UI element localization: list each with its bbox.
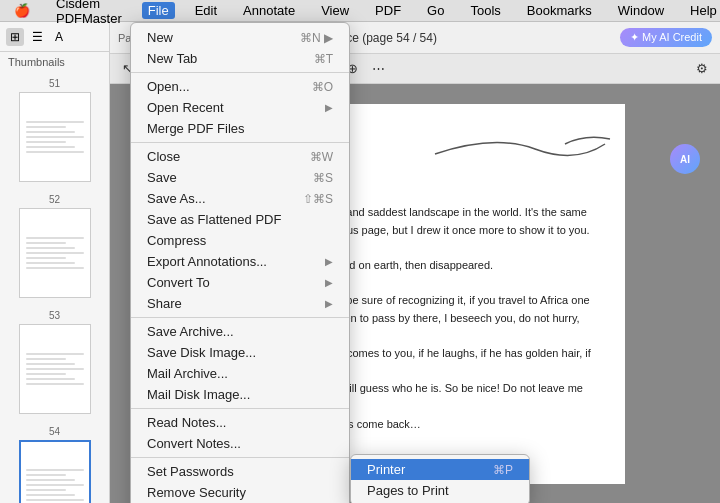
menu-item-open-shortcut: ⌘O	[312, 80, 333, 94]
menu-item-savedisk[interactable]: Save Disk Image...	[131, 342, 349, 363]
thumb-number-52: 52	[49, 194, 60, 205]
menubar-pdf[interactable]: PDF	[369, 2, 407, 19]
menu-item-compress[interactable]: Compress	[131, 230, 349, 251]
menu-item-newtab-shortcut: ⌘T	[314, 52, 333, 66]
submenu-pages-label: Pages to Print	[367, 483, 449, 498]
edit-tool-settings[interactable]: ⚙	[692, 59, 712, 78]
thumbnail-item-53[interactable]: 53	[0, 304, 109, 420]
menu-item-exportanno[interactable]: Export Annotations... ▶	[131, 251, 349, 272]
sep-1	[131, 72, 349, 73]
thumb-number-51: 51	[49, 78, 60, 89]
thumbnail-list[interactable]: 51 52 53 54	[0, 72, 109, 503]
submenu-printer-label: Printer	[367, 462, 405, 477]
menu-item-merge-label: Merge PDF Files	[147, 121, 245, 136]
thumbnail-item-52[interactable]: 52	[0, 188, 109, 304]
menubar-window[interactable]: Window	[612, 2, 670, 19]
menu-item-merge[interactable]: Merge PDF Files	[131, 118, 349, 139]
menubar-annotate[interactable]: Annotate	[237, 2, 301, 19]
file-menu-dropdown: New ⌘N ▶ New Tab ⌘T Open... ⌘O Open Rece…	[130, 22, 350, 503]
menu-item-saveas[interactable]: Save As... ⇧⌘S	[131, 188, 349, 209]
thumb-box-51[interactable]	[19, 92, 91, 182]
menu-item-saveflat[interactable]: Save as Flattened PDF	[131, 209, 349, 230]
menubar-edit[interactable]: Edit	[189, 2, 223, 19]
thumbnail-item-54[interactable]: 54	[0, 420, 109, 503]
menu-item-openrecent[interactable]: Open Recent ▶	[131, 97, 349, 118]
menu-item-new[interactable]: New ⌘N ▶	[131, 27, 349, 48]
menubar-bookmarks[interactable]: Bookmarks	[521, 2, 598, 19]
menu-item-exportanno-label: Export Annotations...	[147, 254, 267, 269]
submenu-item-pages[interactable]: Pages to Print	[351, 480, 529, 501]
menu-item-save-shortcut: ⌘S	[313, 171, 333, 185]
thumb-number-53: 53	[49, 310, 60, 321]
ai-credit-button[interactable]: ✦ My AI Credit	[620, 28, 712, 47]
menu-item-setpasswords[interactable]: Set Passwords	[131, 461, 349, 482]
submenu-item-printer[interactable]: Printer ⌘P	[351, 459, 529, 480]
menu-item-savearchive[interactable]: Save Archive...	[131, 321, 349, 342]
menu-item-openrecent-label: Open Recent	[147, 100, 224, 115]
menu-item-open-label: Open...	[147, 79, 190, 94]
print-submenu: Printer ⌘P Pages to Print	[350, 454, 530, 503]
sep-4	[131, 408, 349, 409]
thumb-box-54[interactable]	[19, 440, 91, 503]
convert-to-arrow: ▶	[325, 277, 333, 288]
menu-item-savedisk-label: Save Disk Image...	[147, 345, 256, 360]
menu-item-maildisk[interactable]: Mail Disk Image...	[131, 384, 349, 405]
menu-item-convertto-label: Convert To	[147, 275, 210, 290]
thumbnail-view-btn[interactable]: ⊞	[6, 28, 24, 46]
menu-item-saveas-shortcut: ⇧⌘S	[303, 192, 333, 206]
menu-item-convertto[interactable]: Convert To ▶	[131, 272, 349, 293]
menu-item-close-label: Close	[147, 149, 180, 164]
thumb-number-54: 54	[49, 426, 60, 437]
menu-item-share-label: Share	[147, 296, 182, 311]
menu-item-mailarchive[interactable]: Mail Archive...	[131, 363, 349, 384]
thumbnail-item-51[interactable]: 51	[0, 72, 109, 188]
menubar-go[interactable]: Go	[421, 2, 450, 19]
menubar-help[interactable]: Help	[684, 2, 720, 19]
menu-item-newtab[interactable]: New Tab ⌘T	[131, 48, 349, 69]
menubar-view[interactable]: View	[315, 2, 355, 19]
open-recent-arrow: ▶	[325, 102, 333, 113]
menu-item-new-shortcut: ⌘N ▶	[300, 31, 333, 45]
menu-item-saveflat-label: Save as Flattened PDF	[147, 212, 281, 227]
menu-item-convertnotes[interactable]: Convert Notes...	[131, 433, 349, 454]
menubar-tools[interactable]: Tools	[464, 2, 506, 19]
menubar: 🍎 Cisdem PDFMaster File Edit Annotate Vi…	[0, 0, 720, 22]
share-arrow: ▶	[325, 298, 333, 309]
main-layout: ⊞ ☰ A Thumbnails 51 52 53	[0, 22, 720, 503]
export-anno-arrow: ▶	[325, 256, 333, 267]
menu-item-new-label: New	[147, 30, 173, 45]
menu-item-convertnotes-label: Convert Notes...	[147, 436, 241, 451]
menu-item-readnotes[interactable]: Read Notes...	[131, 412, 349, 433]
menu-item-close[interactable]: Close ⌘W	[131, 146, 349, 167]
text-view-btn[interactable]: A	[51, 28, 67, 46]
menu-item-removesecurity-label: Remove Security	[147, 485, 246, 500]
menu-item-compress-label: Compress	[147, 233, 206, 248]
sep-3	[131, 317, 349, 318]
sidebar: ⊞ ☰ A Thumbnails 51 52 53	[0, 22, 110, 503]
list-view-btn[interactable]: ☰	[28, 28, 47, 46]
menu-item-close-shortcut: ⌘W	[310, 150, 333, 164]
menu-item-savearchive-label: Save Archive...	[147, 324, 234, 339]
thumb-box-52[interactable]	[19, 208, 91, 298]
sep-5	[131, 457, 349, 458]
menu-item-readnotes-label: Read Notes...	[147, 415, 227, 430]
menu-item-removesecurity[interactable]: Remove Security	[131, 482, 349, 503]
menubar-file[interactable]: File	[142, 2, 175, 19]
menu-item-share[interactable]: Share ▶	[131, 293, 349, 314]
edit-tool-more[interactable]: ⋯	[368, 59, 389, 78]
menu-item-mailarchive-label: Mail Archive...	[147, 366, 228, 381]
sidebar-toolbar: ⊞ ☰ A	[0, 22, 109, 52]
menu-item-newtab-label: New Tab	[147, 51, 197, 66]
menu-item-save[interactable]: Save ⌘S	[131, 167, 349, 188]
sep-2	[131, 142, 349, 143]
menu-item-saveas-label: Save As...	[147, 191, 206, 206]
sidebar-label: Thumbnails	[0, 52, 109, 72]
ai-badge: AI	[670, 144, 700, 174]
menu-item-open[interactable]: Open... ⌘O	[131, 76, 349, 97]
menubar-cisdem[interactable]: Cisdem PDFMaster	[50, 0, 128, 27]
apple-menu[interactable]: 🍎	[8, 2, 36, 19]
menu-item-setpasswords-label: Set Passwords	[147, 464, 234, 479]
menu-item-save-label: Save	[147, 170, 177, 185]
thumb-box-53[interactable]	[19, 324, 91, 414]
submenu-printer-shortcut: ⌘P	[493, 463, 513, 477]
